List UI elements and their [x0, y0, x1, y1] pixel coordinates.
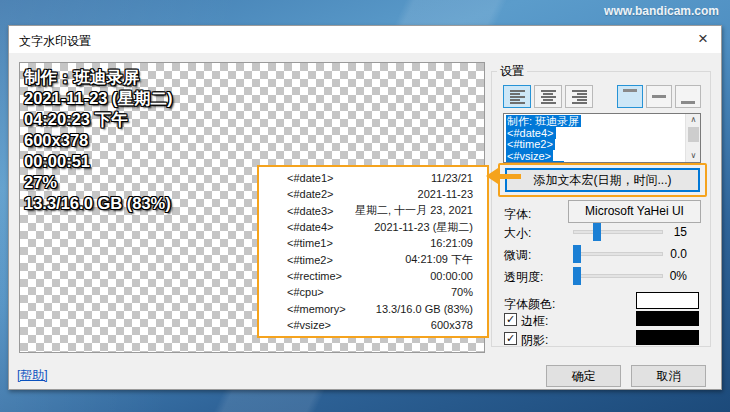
macro-name: <#date2>	[287, 188, 334, 200]
macro-row: <#date2>2021-11-23	[287, 186, 473, 202]
preview-line: 2021-11-23 (星期二)	[24, 88, 173, 109]
close-icon[interactable]: ×	[693, 29, 713, 49]
align-center-button[interactable]	[534, 85, 562, 108]
macro-name: <#date4>	[287, 221, 334, 233]
slider-track[interactable]	[573, 252, 663, 256]
tweak-label: 微调:	[504, 247, 531, 264]
position-middle-button[interactable]	[646, 85, 672, 108]
macro-row: <#date1>11/23/21	[287, 170, 473, 186]
preview-line: 600x378	[24, 130, 173, 151]
editor-scrollbar[interactable]: ∧ ∨	[685, 114, 700, 162]
position-top-button[interactable]	[617, 85, 643, 108]
macro-value: 16:21:09	[430, 237, 473, 249]
opacity-label: 透明度:	[504, 269, 543, 286]
macro-value: 00:00:00	[430, 270, 473, 282]
font-select-button[interactable]: Microsoft YaHei UI	[568, 200, 701, 223]
opacity-value: 0%	[659, 269, 687, 283]
size-value: 15	[659, 225, 687, 239]
macro-row: <#time2>04:21:09 下午	[287, 252, 473, 268]
align-left-button[interactable]	[503, 85, 531, 108]
annotation-arrow-icon	[486, 168, 521, 184]
editor-selected-text: 制作: 班迪录屏 <#date4> <#time2> <#vsize> <#re…	[506, 116, 683, 163]
macro-value: 600x378	[431, 319, 473, 331]
macro-name: <#date3>	[287, 205, 334, 217]
macro-row: <#vsize>600x378	[287, 317, 473, 333]
shadow-color-swatch[interactable]	[636, 330, 699, 345]
preview-text-block: 制作：班迪录屏 2021-11-23 (星期二) 04:20:23 下午 600…	[24, 67, 173, 214]
border-color-swatch[interactable]	[636, 311, 699, 326]
macro-value: 70%	[451, 286, 473, 298]
arrow-shaft	[497, 174, 521, 179]
opacity-slider[interactable]	[573, 266, 663, 286]
slider-track[interactable]	[573, 230, 663, 234]
editor-line: <#time2>	[506, 138, 555, 150]
ok-button[interactable]: 确定	[546, 365, 621, 387]
slider-thumb[interactable]	[573, 245, 581, 263]
shadow-label: 阴影:	[521, 332, 548, 349]
text-watermark-dialog: 文字水印设置 × 制作：班迪录屏 2021-11-23 (星期二) 04:20:…	[8, 25, 722, 390]
scroll-down-icon[interactable]: ∨	[686, 150, 701, 162]
scrollbar-thumb[interactable]	[688, 127, 699, 142]
preview-line: 制作：班迪录屏	[24, 67, 173, 88]
tweak-slider[interactable]	[573, 244, 663, 264]
position-bottom-icon	[681, 89, 695, 104]
macro-row: <#date3>星期二, 十一月 23, 2021	[287, 203, 473, 219]
position-bottom-button[interactable]	[675, 85, 701, 108]
preview-line: 27%	[24, 172, 173, 193]
editor-line: <#date4>	[506, 127, 556, 139]
align-center-icon	[541, 90, 556, 104]
position-middle-icon	[652, 89, 666, 104]
settings-group-label: 设置	[497, 63, 527, 80]
scroll-up-icon[interactable]: ∧	[686, 114, 701, 126]
font-color-label: 字体颜色:	[504, 296, 555, 313]
macro-value: 2021-11-23 (星期二)	[374, 220, 473, 235]
macro-name: <#memory>	[287, 303, 346, 315]
add-text-macro-button[interactable]: 添加文本宏(日期，时间...)	[505, 168, 700, 192]
dialog-titlebar: 文字水印设置 ×	[9, 26, 721, 53]
font-color-swatch[interactable]	[636, 292, 699, 309]
macro-row: <#date4>2021-11-23 (星期二)	[287, 219, 473, 235]
macro-value: 04:21:09 下午	[405, 252, 473, 267]
macro-name: <#rectime>	[287, 270, 342, 282]
preview-line: 13.3/16.0 GB (83%)	[24, 193, 173, 214]
position-top-icon	[623, 89, 637, 104]
watermark-text-editor[interactable]: 制作: 班迪录屏 <#date4> <#time2> <#vsize> <#re…	[503, 113, 701, 163]
bandicam-watermark: www.bandicam.com	[604, 4, 719, 18]
help-link[interactable]: [帮助]	[17, 367, 48, 384]
macro-row: <#memory>13.3/16.0 GB (83%)	[287, 300, 473, 316]
macro-value: 11/23/21	[431, 172, 473, 184]
size-label: 大小:	[504, 225, 531, 242]
macro-name: <#vsize>	[287, 319, 331, 331]
dialog-title: 文字水印设置	[19, 33, 91, 50]
slider-thumb[interactable]	[573, 267, 581, 285]
macro-value: 13.3/16.0 GB (83%)	[376, 303, 473, 315]
macro-row: <#time1>16:21:09	[287, 235, 473, 251]
cancel-button[interactable]: 取消	[631, 365, 706, 387]
macro-row: <#rectime>00:00:00	[287, 268, 473, 284]
font-label: 字体:	[504, 206, 531, 223]
preview-line: 04:20:23 下午	[24, 109, 173, 130]
macro-name: <#time2>	[287, 254, 333, 266]
slider-thumb[interactable]	[593, 223, 601, 241]
editor-line: 制作: 班迪录屏	[506, 115, 581, 127]
slider-track[interactable]	[573, 274, 663, 278]
macro-list-panel: <#date1>11/23/21 <#date2>2021-11-23 <#da…	[257, 165, 489, 338]
shadow-checkbox[interactable]: ✓	[504, 332, 517, 345]
macro-value: 2021-11-23	[418, 188, 473, 200]
macro-name: <#date1>	[287, 172, 334, 184]
align-right-icon	[572, 90, 587, 104]
macro-value: 星期二, 十一月 23, 2021	[355, 203, 473, 218]
align-right-button[interactable]	[565, 85, 593, 108]
preview-line: 00:00:51	[24, 151, 173, 172]
border-label: 边框:	[521, 313, 548, 330]
size-slider[interactable]	[573, 222, 663, 242]
tweak-value: 0.0	[659, 247, 687, 261]
editor-line: <#vsize>	[506, 150, 553, 162]
macro-name: <#cpu>	[287, 286, 324, 298]
align-left-icon	[510, 90, 525, 104]
macro-row: <#cpu>70%	[287, 284, 473, 300]
border-checkbox[interactable]: ✓	[504, 313, 517, 326]
macro-name: <#time1>	[287, 237, 333, 249]
